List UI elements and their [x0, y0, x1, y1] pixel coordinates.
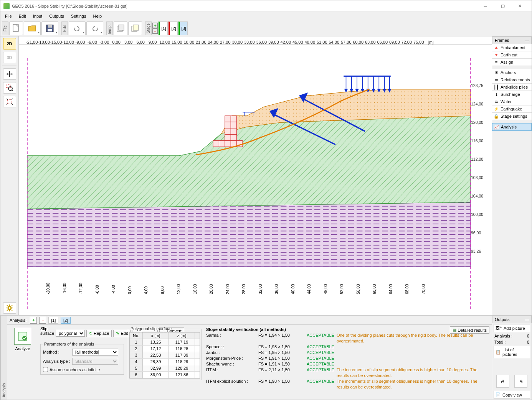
frames-header: Frames— [492, 36, 532, 44]
anchors-icon: ✳ [494, 70, 499, 75]
frame-item-stage-settings[interactable]: 🔒Stage settings [492, 113, 532, 120]
x-axis-labels: -20,00-16,00-12,00-8,00-4,000,004,008,00… [46, 283, 469, 294]
outputs-analysis-label: Analysis : [494, 334, 512, 338]
redo-button[interactable]: ▾ [86, 21, 103, 35]
analysis-add-button[interactable]: ＋ [30, 317, 37, 324]
reinforcements-icon: ═ [494, 77, 499, 82]
toolbar-group-edit: Edit [61, 21, 68, 35]
minimize-button[interactable]: ─ [477, 1, 494, 12]
undo-button[interactable]: ▾ [69, 21, 86, 35]
menu-edit[interactable]: Edit [16, 13, 29, 19]
analyze-button[interactable] [14, 328, 31, 345]
analysis-type-select[interactable]: Standard [72, 358, 118, 365]
frame-item-earth-cut[interactable]: 🔻Earth cut [492, 51, 532, 59]
menu-help[interactable]: Help [90, 13, 105, 19]
add-picture-button[interactable]: 🖼⁺Add picture [494, 324, 530, 332]
collapse-icon[interactable]: — [525, 317, 529, 322]
outputs-total-count: 0 [527, 340, 529, 344]
toolbar: File ▾ ▾ Edit ▾ ▾ Templ... Stage ＋ － [1]… [0, 20, 532, 36]
analysis-type-label: Analysis type : [43, 359, 71, 364]
frame-item-embankment[interactable]: 🔺Embankment [492, 44, 532, 51]
slip-surface-select[interactable]: polygonal [56, 330, 85, 337]
frame-item-analysis[interactable]: 📈Analysis [492, 123, 532, 131]
results-panel: Slope stability verification (all method… [203, 325, 492, 400]
detailed-results-button[interactable]: ▦ Detailed results [450, 326, 489, 334]
result-line: ITFM :FS = 2,11 > 1,50ACCEPTABLEThe incr… [206, 367, 489, 379]
frame-item-reinforcements[interactable]: ═Reinforcements [492, 76, 532, 84]
view-2d-button[interactable]: 2D [3, 38, 16, 49]
pan-tool[interactable] [3, 68, 16, 80]
stage-add-button[interactable]: ＋ [152, 23, 158, 28]
method-select[interactable]: [all methods] [72, 349, 118, 356]
y-axis-labels: 128,75124,00120,00116,00112,00108,00104,… [471, 45, 490, 315]
table-row[interactable]: 636,90121,86 [130, 372, 200, 378]
analysis-stage-1[interactable]: [1] [48, 317, 58, 324]
svg-line-17 [7, 305, 8, 306]
parameters-legend: Parameters of the analysis [43, 342, 95, 346]
print-button-1[interactable]: 🖨 [496, 375, 509, 388]
fit-tool[interactable] [3, 96, 16, 107]
view-3d-button[interactable]: 3D [3, 52, 16, 63]
outputs-header: Outputs— [492, 316, 532, 323]
frame-item-water[interactable]: ≋Water [492, 98, 532, 105]
anchors-infinite-checkbox[interactable] [43, 367, 48, 372]
template-button-1[interactable] [114, 21, 127, 35]
table-row[interactable]: 217,12116,28 [130, 346, 200, 352]
save-file-button[interactable]: ▾ [41, 21, 58, 35]
window-title: GEO5 2016 - Slope Stability [C:\Slope-St… [12, 4, 477, 8]
collapse-icon[interactable]: — [525, 38, 529, 43]
menu-outputs[interactable]: Outputs [46, 13, 67, 19]
stage-2[interactable]: [2] [169, 21, 178, 35]
svg-rect-7 [133, 25, 139, 30]
toolbar-group-file: File [2, 21, 8, 35]
table-row[interactable]: 428,39118,29 [130, 359, 200, 365]
new-file-button[interactable] [9, 21, 23, 35]
menu-file[interactable]: File [2, 13, 15, 19]
settings-gear-button[interactable] [3, 302, 16, 314]
surcharge-icon: ↧ [494, 92, 499, 97]
analysis-toolbar: Analysis : ＋ － [1] [2] [7, 316, 492, 325]
analysis-label: Analysis : [10, 318, 28, 323]
table-row[interactable]: 322,53117,39 [130, 352, 200, 359]
frames-panel: Frames— 🔺Embankment🔻Earth cut≡Assign✳Anc… [492, 36, 532, 315]
water-icon: ≋ [494, 99, 499, 104]
menu-input[interactable]: Input [30, 13, 45, 19]
maximize-button[interactable]: ▢ [494, 1, 511, 12]
stage-1[interactable]: [1] [159, 21, 168, 35]
anchors-infinite-label: Assume anchors as infinite [50, 367, 100, 372]
ruler-horizontal: -21,00-18,00-15,00-12,00-9,00-6,00-3,000… [19, 36, 492, 45]
svg-point-12 [8, 306, 11, 309]
print-button-2[interactable]: 🖨 [514, 375, 527, 388]
copy-view-button[interactable]: 📄Copy view [494, 391, 530, 399]
result-line: Janbu :FS = 1,95 > 1,50ACCEPTABLE [206, 350, 489, 356]
slip-table-title: Polygonal slip surface [129, 326, 173, 331]
table-row[interactable]: 113,25117,19 [130, 339, 200, 346]
close-button[interactable]: ✕ [511, 1, 529, 12]
slip-table-header: No. x [m] z [m] [129, 332, 200, 339]
list-pictures-button[interactable]: 📋List of pictures [494, 346, 530, 358]
outputs-total-label: Total : [494, 340, 506, 344]
zoom-tool[interactable] [3, 82, 16, 94]
svg-rect-5 [119, 25, 124, 30]
open-file-button[interactable]: ▾ [24, 21, 41, 35]
analysis-stage-2[interactable]: [2] [61, 317, 71, 324]
result-line: Sarma :FS = 1,94 > 1,50ACCEPTABLEOne of … [206, 333, 489, 344]
frame-item-surcharge[interactable]: ↧Surcharge [492, 91, 532, 98]
drawing-canvas[interactable]: 128,75124,00120,00116,00112,00108,00104,… [19, 45, 492, 315]
frame-item-anti-slide-piles[interactable]: ┃┃Anti-slide piles [492, 84, 532, 91]
replace-button[interactable]: ↻Replace [86, 330, 112, 337]
stage-3[interactable]: [3] [178, 21, 188, 35]
stage-remove-button[interactable]: － [152, 28, 158, 34]
slip-table-body[interactable]: 113,25117,19217,12116,28322,53117,39428,… [129, 339, 200, 379]
frame-item-anchors[interactable]: ✳Anchors [492, 69, 532, 76]
frame-item-earthquake[interactable]: ⚡Earthquake [492, 105, 532, 113]
svg-line-18 [12, 310, 12, 311]
menu-settings[interactable]: Settings [68, 13, 89, 19]
analysis-side-label: Analysis [0, 316, 7, 400]
template-button-2[interactable] [128, 21, 142, 35]
analyze-label: Analyze [15, 346, 30, 351]
app-icon [3, 3, 10, 9]
frame-item-assign[interactable]: ≡Assign [492, 59, 532, 66]
analysis-remove-button[interactable]: － [39, 317, 46, 324]
table-row[interactable]: 532,99120,29 [130, 365, 200, 372]
